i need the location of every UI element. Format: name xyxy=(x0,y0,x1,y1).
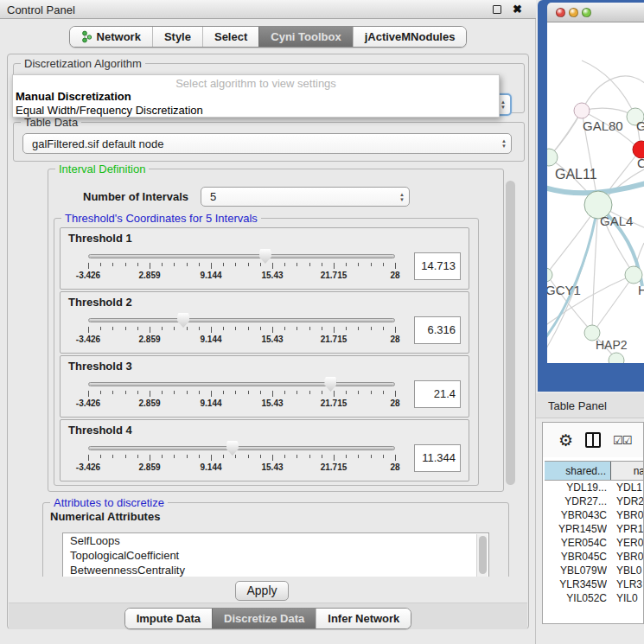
cell-shared-name[interactable]: YLR345W xyxy=(545,577,607,591)
network-node-gal80[interactable] xyxy=(574,103,590,118)
tab-infer-network[interactable]: Infer Network xyxy=(316,609,411,628)
threshold-value-field[interactable]: 21.4 xyxy=(414,380,461,408)
slider-handle[interactable] xyxy=(226,441,239,456)
close-icon[interactable]: ✖ xyxy=(513,3,522,16)
major-tick xyxy=(150,327,150,333)
table-row[interactable]: YDR27...YDR2 xyxy=(545,494,644,508)
tab-style[interactable]: Style xyxy=(152,27,202,47)
slider-track[interactable] xyxy=(88,446,395,450)
tick-label: 28 xyxy=(390,335,399,344)
cell-name[interactable]: YPR1 xyxy=(607,522,644,536)
slider-track[interactable] xyxy=(88,382,395,386)
network-edge[interactable] xyxy=(595,277,633,330)
network-canvas[interactable]: GAL80GACGAL11GAL4GCY1HHAP2 xyxy=(547,22,644,363)
table-row[interactable]: YLR345WYLR3 xyxy=(545,577,644,591)
cell-name[interactable]: YIL0 xyxy=(607,591,644,605)
cell-name[interactable]: YER0 xyxy=(607,536,644,550)
major-tick xyxy=(395,391,396,397)
major-tick xyxy=(211,455,212,461)
cell-name[interactable]: YDR2 xyxy=(607,494,644,508)
column-header-shared-name[interactable]: shared... xyxy=(545,462,611,480)
table-row[interactable]: YBL079WYBL0 xyxy=(545,564,644,577)
number-of-intervals-spinner[interactable]: 5 ▲▼ xyxy=(201,187,410,207)
checkbox-icon[interactable]: ☑☑ xyxy=(613,435,631,446)
cell-name[interactable]: YDL1 xyxy=(607,481,644,494)
cell-shared-name[interactable]: YBR043C xyxy=(545,508,607,522)
attributes-list-scrollbar[interactable] xyxy=(476,534,488,577)
tab-cyni-toolbox[interactable]: Cyni Toolbox xyxy=(258,27,352,47)
cell-shared-name[interactable]: YDR27... xyxy=(545,494,607,508)
network-node[interactable] xyxy=(609,353,624,363)
cell-shared-name[interactable]: YIL052C xyxy=(545,591,607,605)
threshold-slider-3[interactable]: -3.4262.8599.14415.4321.71528 xyxy=(88,382,395,408)
threshold-slider-2[interactable]: -3.4262.8599.14415.4321.71528 xyxy=(88,318,395,344)
tab-impute-data[interactable]: Impute Data xyxy=(125,609,212,628)
node-label: C xyxy=(637,156,644,170)
threshold-label: Threshold 2 xyxy=(68,296,132,309)
network-node-gal11[interactable] xyxy=(547,149,558,166)
settings-vertical-scrollbar[interactable] xyxy=(504,163,517,575)
major-tick xyxy=(150,391,150,397)
network-edge[interactable] xyxy=(582,76,644,111)
table-row[interactable]: YBR043CYBR0 xyxy=(545,508,644,522)
algorithm-option-manual-discretization[interactable]: Manual Discretization xyxy=(13,90,499,104)
slider-track[interactable] xyxy=(88,254,395,258)
tick-label: 28 xyxy=(390,271,399,280)
slider-handle[interactable] xyxy=(259,249,271,264)
thresholds-group: Threshold's Coordinates for 5 Intervals … xyxy=(54,218,479,486)
cell-name[interactable]: YBR0 xyxy=(607,550,644,564)
table-row[interactable]: YIL052CYIL0 xyxy=(545,591,644,605)
threshold-value-field[interactable]: 11.344 xyxy=(414,444,461,472)
attribute-item-selfloops[interactable]: SelfLoops xyxy=(63,533,488,548)
algorithm-option-equal-width-frequency-discretization[interactable]: Equal Width/Frequency Discretization xyxy=(13,104,499,118)
table-row[interactable]: YBR045CYBR0 xyxy=(545,550,644,564)
tab-network[interactable]: Network xyxy=(70,27,152,47)
minor-tick xyxy=(223,391,224,394)
mac-close-button[interactable] xyxy=(556,8,565,17)
float-window-icon[interactable] xyxy=(493,5,501,14)
apply-button[interactable]: Apply xyxy=(235,581,289,601)
slider-track[interactable] xyxy=(88,318,395,322)
minor-tick xyxy=(371,263,372,266)
table-row[interactable]: YDL19...YDL1 xyxy=(545,481,644,494)
network-edge-highlighted[interactable] xyxy=(547,213,596,342)
slider-handle[interactable] xyxy=(177,313,189,328)
threshold-value-field[interactable]: 14.713 xyxy=(414,252,461,280)
attribute-item-betweennesscentrality[interactable]: BetweennessCentrality xyxy=(63,563,488,577)
gear-icon[interactable]: ⚙ xyxy=(558,432,573,449)
minor-tick xyxy=(125,455,126,458)
column-header-name[interactable]: na xyxy=(611,462,644,480)
table-row[interactable]: YPR145WYPR1 xyxy=(545,522,644,536)
tab-jactivemnodules[interactable]: jActiveMNodules xyxy=(353,27,467,47)
threshold-slider-4[interactable]: -3.4262.8599.14415.4321.71528 xyxy=(88,446,395,472)
threshold-slider-1[interactable]: -3.4262.8599.14415.4321.71528 xyxy=(88,254,395,280)
network-node-h[interactable] xyxy=(625,266,642,284)
cell-name[interactable]: YLR3 xyxy=(607,577,644,591)
slider-handle[interactable] xyxy=(324,377,336,392)
threshold-value-field[interactable]: 6.316 xyxy=(414,316,461,344)
tick-label: -3.426 xyxy=(76,462,100,472)
mac-minimize-button[interactable] xyxy=(569,8,578,17)
table-row[interactable]: YER054CYER0 xyxy=(545,536,644,550)
cell-shared-name[interactable]: YPR145W xyxy=(545,522,607,536)
cell-shared-name[interactable]: YBR045C xyxy=(545,550,607,564)
tab-discretize-data[interactable]: Discretize Data xyxy=(212,609,316,628)
tick-label: 2.859 xyxy=(138,271,160,280)
split-columns-icon[interactable] xyxy=(585,432,601,448)
network-node-gcy1[interactable] xyxy=(547,268,552,282)
window-title: Control Panel xyxy=(7,3,75,16)
cell-name[interactable]: YBL0 xyxy=(607,564,644,577)
table-data-combobox[interactable]: galFiltered.sif default node ▲▼ xyxy=(22,133,512,154)
mac-zoom-button[interactable] xyxy=(582,8,591,17)
cell-name[interactable]: YBR0 xyxy=(607,508,644,522)
tab-select[interactable]: Select xyxy=(202,27,258,47)
attribute-item-topologicalcoefficient[interactable]: TopologicalCoefficient xyxy=(63,548,488,563)
tick-label: 21.715 xyxy=(321,271,348,280)
major-tick xyxy=(88,391,89,397)
minor-tick xyxy=(235,391,236,394)
cell-shared-name[interactable]: YER054C xyxy=(545,536,607,550)
minor-tick xyxy=(100,263,101,266)
cell-shared-name[interactable]: YBL079W xyxy=(545,564,607,577)
cell-shared-name[interactable]: YDL19... xyxy=(545,481,607,494)
numerical-attributes-list[interactable]: SelfLoopsTopologicalCoefficientBetweenne… xyxy=(62,532,489,577)
